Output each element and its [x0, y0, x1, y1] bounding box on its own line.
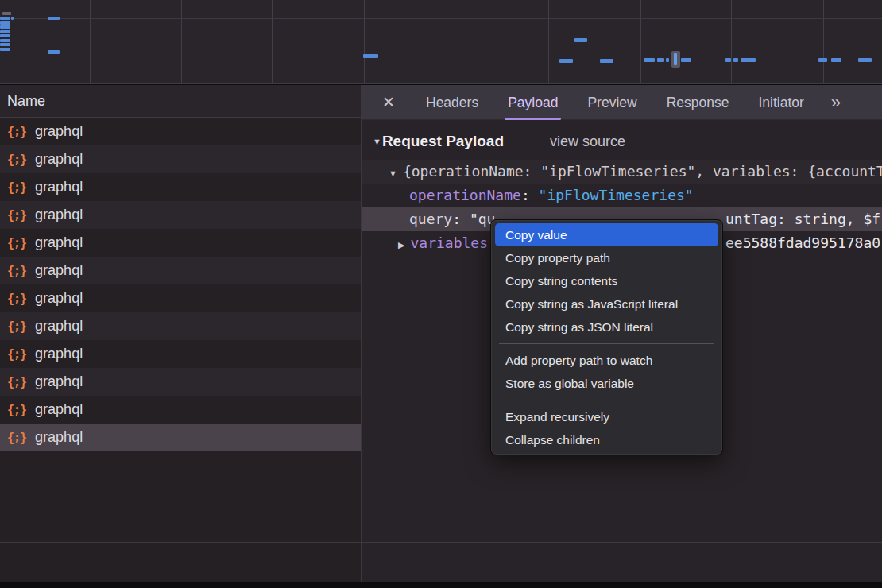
request-name: graphql [35, 429, 83, 446]
json-braces-icon: {;} [7, 236, 26, 250]
menu-item-copy-string-as-javascript-literal[interactable]: Copy string as JavaScript literal [495, 292, 718, 315]
table-row[interactable]: {;}graphql [0, 312, 361, 340]
request-name: graphql [35, 123, 83, 140]
network-overview-timeline[interactable] [0, 0, 882, 84]
tab-preview[interactable]: Preview [587, 85, 636, 120]
request-name: graphql [35, 346, 83, 362]
menu-item-collapse-children[interactable]: Collapse children [495, 428, 718, 451]
tab-response[interactable]: Response [667, 85, 729, 120]
table-row[interactable]: {;}graphql [0, 396, 361, 424]
overview-gridline [455, 0, 455, 83]
close-icon[interactable]: ✕ [381, 93, 397, 111]
overview-bar [574, 38, 587, 42]
view-source-link[interactable]: view source [550, 133, 625, 150]
table-row[interactable]: {;}graphql [0, 145, 361, 173]
overview-bar [644, 58, 655, 62]
json-braces-icon: {;} [7, 347, 26, 362]
json-braces-icon: {;} [7, 180, 26, 195]
menu-item-add-property-path-to-watch[interactable]: Add property path to watch [495, 349, 718, 372]
window-bottom-bar [0, 582, 882, 588]
menu-item-store-as-global-variable[interactable]: Store as global variable [495, 372, 718, 395]
menu-item-copy-string-contents[interactable]: Copy string contents [495, 269, 718, 292]
payload-root-preview: {operationName: "ipFlowTimeseries", vari… [403, 163, 882, 180]
overview-bar [0, 17, 10, 20]
request-payload-section-header[interactable]: ▼ Request Payload view source [362, 130, 882, 153]
tab-headers[interactable]: Headers [426, 85, 478, 120]
property-value: "ipFlowTimeseries" [539, 187, 694, 203]
table-row[interactable]: {;}graphql [0, 257, 361, 284]
table-row[interactable]: {;}graphql [0, 201, 361, 229]
more-tabs-icon[interactable]: » [831, 92, 841, 113]
request-name: graphql [35, 207, 83, 223]
json-braces-icon: {;} [7, 125, 26, 139]
request-name: graphql [35, 290, 83, 307]
overview-bar [681, 58, 691, 62]
table-row[interactable]: {;}graphql [0, 368, 361, 396]
json-braces-icon: {;} [7, 319, 26, 334]
menu-item-copy-property-path[interactable]: Copy property path [495, 246, 718, 269]
payload-root-row[interactable]: ▼{operationName: "ipFlowTimeseries", var… [362, 160, 882, 184]
menu-item-expand-recursively[interactable]: Expand recursively [495, 405, 718, 428]
request-rows: {;}graphql{;}graphql{;}graphql{;}graphql… [0, 118, 361, 451]
property-key: operationName [409, 187, 521, 203]
table-row[interactable]: {;}graphql [0, 229, 361, 257]
menu-item-copy-value[interactable]: Copy value [495, 223, 718, 246]
overview-gridline [181, 0, 182, 83]
table-row[interactable]: {;}graphql [0, 173, 361, 201]
json-braces-icon: {;} [7, 208, 26, 222]
overview-bar [48, 17, 60, 20]
table-row[interactable]: {;}graphql [0, 424, 361, 451]
overview-bar [725, 58, 731, 62]
payload-operation-name-row[interactable]: operationName: "ipFlowTimeseries" [362, 184, 882, 207]
json-braces-icon: {;} [7, 431, 26, 445]
overview-gridline [364, 0, 365, 83]
overview-bar [48, 50, 60, 54]
detail-tabs: HeadersPayloadPreviewResponseInitiator [397, 85, 804, 120]
name-column-header[interactable]: Name [0, 85, 361, 118]
overview-bar [657, 58, 664, 62]
request-name: graphql [35, 262, 83, 279]
json-braces-icon: {;} [7, 375, 26, 389]
property-key: variables [410, 234, 488, 251]
table-row[interactable]: {;}graphql [0, 340, 361, 368]
overview-bar [0, 30, 10, 33]
json-braces-icon: {;} [7, 264, 26, 278]
overview-bar [666, 58, 669, 62]
overview-bar [733, 58, 738, 62]
request-name: graphql [35, 373, 83, 390]
overview-bar [0, 48, 10, 51]
overview-row-divider [0, 18, 882, 19]
overview-bar [363, 54, 378, 58]
section-collapse-icon[interactable]: ▼ [373, 137, 381, 146]
property-value-right: untTag: string, $f [725, 207, 880, 231]
overview-bar [741, 58, 756, 62]
overview-bar [0, 25, 10, 29]
overview-gridline [731, 0, 732, 83]
collapse-icon[interactable]: ▼ [389, 161, 397, 185]
tab-initiator[interactable]: Initiator [758, 85, 803, 120]
overview-bar [559, 59, 573, 63]
json-braces-icon: {;} [7, 403, 26, 417]
overview-bar [831, 58, 841, 62]
overview-bar [11, 17, 14, 20]
overview-gridline [823, 0, 824, 83]
overview-bar [818, 58, 827, 62]
table-row[interactable]: {;}graphql [0, 118, 361, 145]
json-braces-icon: {;} [7, 153, 26, 167]
request-name: graphql [35, 401, 83, 418]
overview-gridline [640, 0, 641, 83]
overview-selected-request-marker [671, 51, 680, 68]
overview-bar [2, 12, 11, 15]
overview-bar [0, 34, 10, 37]
request-name: graphql [35, 234, 83, 251]
context-menu: Copy valueCopy property pathCopy string … [490, 219, 723, 455]
tab-payload[interactable]: Payload [508, 85, 558, 120]
table-row[interactable]: {;}graphql [0, 284, 361, 312]
menu-separator [499, 400, 714, 400]
overview-bar [0, 21, 10, 25]
expand-icon[interactable]: ▶ [398, 233, 404, 257]
property-key: query [409, 211, 452, 227]
key-separator: : [521, 187, 539, 203]
menu-item-copy-string-as-json-literal[interactable]: Copy string as JSON literal [495, 315, 718, 338]
menu-separator [499, 343, 714, 344]
